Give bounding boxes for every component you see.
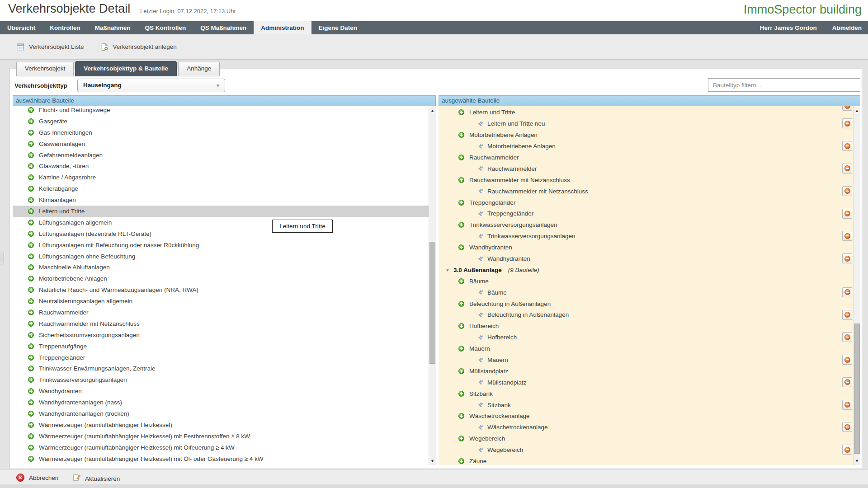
remove-button[interactable] — [842, 164, 852, 174]
available-item[interactable]: Treppengeländer — [13, 352, 436, 363]
available-item[interactable]: Klimaanlagen — [13, 194, 436, 206]
remove-button[interactable] — [842, 377, 852, 387]
selected-child-row[interactable]: Motorbetriebene Anlagen — [439, 141, 860, 152]
selected-parent-row[interactable]: Beleuchtung in Außenanlagen — [439, 298, 860, 310]
bauteiltyp-filter-input[interactable] — [708, 78, 860, 92]
available-item[interactable]: Wandhydrantenanlagen (trocken) — [13, 408, 436, 419]
selected-parent-row[interactable]: Hofbereich — [439, 320, 860, 332]
selected-parent-row[interactable]: Treppengeländer — [439, 197, 860, 208]
right-scrollbar[interactable]: ▲ ▼ — [853, 106, 860, 465]
scroll-down-icon[interactable]: ▼ — [854, 457, 860, 465]
available-item[interactable]: Natürliche Rauch- und Wärmeabzugsanlagen… — [13, 284, 436, 296]
available-item[interactable]: Glaswände, -türen — [13, 160, 436, 172]
remove-button[interactable] — [842, 400, 852, 410]
nav-item-bersicht[interactable]: Übersicht — [0, 21, 42, 34]
available-item[interactable]: Leitern und Tritte — [13, 206, 436, 217]
available-item[interactable]: Maschinelle Abluftanlagen — [13, 262, 436, 273]
selected-parent-row[interactable]: Zäune — [439, 455, 860, 465]
nav-item-kontrollen[interactable]: Kontrollen — [42, 21, 88, 34]
nav-item-qs-kontrollen[interactable]: QS Kontrollen — [138, 21, 193, 34]
remove-button[interactable] — [842, 118, 852, 128]
available-item[interactable]: Motorbetriebene Anlagen — [13, 273, 436, 284]
nav-item-qs-ma-nahmen[interactable]: QS Maßnahmen — [193, 21, 254, 34]
nav-item-administration[interactable]: Administration — [254, 21, 311, 34]
remove-button[interactable] — [842, 231, 852, 241]
selected-child-row[interactable]: Rauchwarnmelder — [439, 163, 860, 174]
available-item[interactable]: Treppenaufgänge — [13, 341, 436, 352]
available-item[interactable]: Lüftungsanlagen (dezentrale RLT-Geräte) — [13, 228, 436, 239]
selected-parent-row[interactable]: Mauern — [439, 343, 860, 354]
left-scrollbar[interactable]: ▲ ▼ — [429, 106, 436, 465]
available-item[interactable]: Gefahrenmeldeanlagen — [13, 150, 436, 161]
remove-button[interactable] — [842, 141, 852, 151]
nav-item-ma-nahmen[interactable]: Maßnahmen — [88, 21, 138, 34]
remove-button[interactable] — [842, 445, 852, 455]
selected-child-row[interactable]: Wegebereich — [439, 444, 860, 455]
available-item[interactable]: Neutralisierungsanlagen allgemein — [13, 296, 436, 307]
available-item[interactable]: Lüftungsanlagen ohne Befeuchtung — [13, 251, 436, 262]
available-item[interactable]: Gaswarnanlagen — [13, 138, 436, 150]
splitter-handle[interactable] — [0, 252, 4, 264]
available-item[interactable]: Flucht- und Rettungswege — [13, 106, 436, 116]
verkehrsobjekt-liste-button[interactable]: Verkehrsobjekt Liste — [16, 43, 84, 51]
remove-button[interactable] — [842, 355, 852, 365]
selected-parent-row[interactable]: Rauchwarnmelder — [439, 152, 860, 163]
selected-parent-row[interactable]: Wegebereich — [439, 433, 860, 444]
available-item[interactable]: Wandhydrantenanlagen (nass) — [13, 397, 436, 408]
selected-parent-row[interactable]: Wäschetrockenanlage — [439, 411, 860, 422]
remove-button[interactable] — [842, 253, 852, 263]
update-button[interactable]: Aktualisieren — [72, 474, 120, 483]
available-item[interactable]: Rauchwarnmelder mit Netzanschluss — [13, 318, 436, 329]
selected-child-row[interactable]: Treppengeländer — [439, 208, 860, 220]
remove-button[interactable] — [842, 332, 852, 342]
selected-child-row[interactable]: Beleuchtung in Außenanlagen — [439, 310, 860, 321]
selected-child-row[interactable]: Müllstandplatz — [439, 377, 860, 388]
selected-child-row[interactable]: Hofbereich — [439, 332, 860, 343]
selected-child-row[interactable]: Rauchwarnmelder mit Netzanschluss — [439, 186, 860, 197]
selected-parent-row[interactable]: Rauchwarnmelder mit Netzanschluss — [439, 174, 860, 186]
remove-button[interactable] — [842, 209, 852, 219]
available-item[interactable]: Sicherheitsstromversorgungsanlagen — [13, 329, 436, 341]
available-item[interactable]: Wärmeerzeuger (raumluftabhängiger Heizke… — [13, 453, 436, 465]
available-item[interactable]: Wärmeerzeuger (raumluftabhängiger Heizke… — [13, 419, 436, 431]
available-item[interactable]: Gas-Innenleitungen — [13, 127, 436, 138]
selected-parent-row[interactable]: Bäume — [439, 276, 860, 287]
tab-verkehrsobjekt[interactable]: Verkehrsobjekt — [16, 61, 74, 76]
scroll-up-icon[interactable]: ▲ — [429, 107, 436, 114]
collapse-triangle-icon[interactable]: ▼ — [445, 267, 450, 272]
selected-child-row[interactable]: Mauern — [439, 354, 860, 366]
remove-button[interactable] — [842, 287, 852, 297]
remove-button[interactable] — [842, 310, 852, 320]
selected-parent-row[interactable]: Trinkwasserversorgungsanlagen — [439, 219, 860, 230]
selected-child-row[interactable]: Trinkwasserversorgungsanlagen — [439, 230, 860, 242]
cancel-button[interactable]: ✕ Abbrechen — [16, 474, 58, 482]
selected-child-row[interactable]: Wäschetrockenanlage — [439, 422, 860, 433]
tab-anhaenge[interactable]: Anhänge — [178, 61, 220, 76]
remove-button[interactable] — [842, 422, 852, 432]
selected-parent-row[interactable]: Wandhydranten — [439, 242, 860, 253]
verkehrsobjekttyp-select[interactable]: Hauseingang ▼ — [77, 79, 225, 92]
remove-button[interactable] — [842, 186, 852, 196]
nav-item-eigene-daten[interactable]: Eigene Daten — [311, 21, 365, 34]
selected-parent-row[interactable]: Leitern und Tritte — [439, 107, 860, 118]
available-item[interactable]: Lüftungsanlagen allgemein — [13, 217, 436, 228]
available-item[interactable]: Wandhydranten — [13, 385, 436, 397]
scroll-down-icon[interactable]: ▼ — [429, 457, 436, 465]
verkehrsobjekt-anlegen-button[interactable]: Verkehrsobjekt anlegen — [100, 43, 177, 51]
available-item[interactable]: Wärmeerzeuger (raumluftabhängiger Heizke… — [13, 431, 436, 442]
available-item[interactable]: Wärmeerzeuger (raumluftabhängiger Heizke… — [13, 442, 436, 453]
selected-child-row[interactable]: Leitern und Tritte neu — [439, 118, 860, 129]
available-item[interactable]: Lüftungsanlagen mit Befeuchung oder nass… — [13, 239, 436, 251]
selected-child-row[interactable]: Bäume — [439, 287, 860, 298]
available-item[interactable]: Kamine / Abgasrohre — [13, 172, 436, 183]
selected-parent-row[interactable]: Sitzbank — [439, 388, 860, 399]
scroll-up-icon[interactable]: ▲ — [854, 107, 860, 114]
right-scrollbar-thumb[interactable] — [854, 324, 860, 454]
available-item[interactable]: Trinkwasserversorgungsanlagen — [13, 374, 436, 385]
available-item[interactable]: Trinkwasser-Erwärmungsanlagen, Zentrale — [13, 363, 436, 374]
available-item[interactable]: Gasgeräte — [13, 116, 436, 127]
selected-parent-row[interactable]: Motorbetriebene Anlagen — [439, 129, 860, 141]
available-item[interactable]: Kellerabgänge — [13, 183, 436, 194]
selected-child-row[interactable]: Wandhydranten — [439, 253, 860, 264]
selected-child-row[interactable]: Sitzbank — [439, 399, 860, 411]
